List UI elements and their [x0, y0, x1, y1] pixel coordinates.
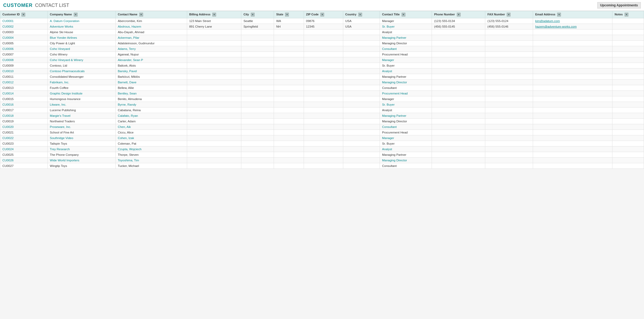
cell-customer-id[interactable]: CU0008 [0, 57, 48, 63]
cell-contact-name[interactable]: Alexander, Sean P [115, 57, 187, 63]
filter-contact-name[interactable]: ▼ [139, 13, 143, 16]
cell-contact-name[interactable]: Czupta, Wojciech [115, 146, 187, 152]
cell-contact-title[interactable]: Manager [380, 57, 432, 63]
cell-fax-number [485, 74, 533, 80]
cell-company-name[interactable]: Margie's Travel [48, 113, 115, 119]
cell-contact-title[interactable]: Manager [380, 135, 432, 141]
cell-company-name[interactable]: Adventure Works [48, 24, 115, 29]
cell-country [343, 46, 380, 52]
cell-contact-name[interactable]: Byrne, Randy [115, 102, 187, 107]
cell-company-name[interactable]: Blue Yonder Airlines [48, 35, 115, 41]
cell-customer-id[interactable]: CU0020 [0, 124, 48, 130]
cell-contact-name[interactable]: Bentley, Sean [115, 91, 187, 96]
cell-contact-title: Analyst [380, 29, 432, 35]
cell-contact-name[interactable]: Adams, Terry [115, 46, 187, 52]
cell-notes [612, 107, 644, 113]
cell-contact-name[interactable]: Calafato, Ryan [115, 113, 187, 119]
cell-contact-name[interactable]: Barnett, Dave [115, 80, 187, 85]
cell-fax-number [485, 29, 533, 35]
cell-company-name[interactable]: Proseware, Inc. [48, 124, 115, 130]
cell-contact-title[interactable]: Analyst [380, 68, 432, 74]
cell-notes [612, 96, 644, 102]
cell-customer-id[interactable]: CU0001 [0, 18, 48, 24]
cell-zip-code: 09876 [304, 18, 343, 24]
upcoming-appointments-button[interactable]: Upcoming Appointments [597, 2, 641, 8]
filter-company-name[interactable]: ▼ [74, 13, 78, 16]
cell-customer-id[interactable]: CU0006 [0, 46, 48, 52]
filter-email-address[interactable]: ▼ [557, 13, 561, 16]
cell-contact-name[interactable]: Toyoshima, Tim [115, 158, 187, 163]
cell-customer-id: CU0009 [0, 63, 48, 68]
cell-customer-id[interactable]: CU0014 [0, 91, 48, 96]
cell-zip-code [304, 63, 343, 68]
filter-zip-code[interactable]: ▼ [320, 13, 324, 16]
table-row: CU0003Alpine Ski HouseAbu-Dayah, AhmadAn… [0, 29, 644, 35]
filter-notes[interactable]: ▼ [625, 13, 628, 16]
cell-customer-id[interactable]: CU0026 [0, 158, 48, 163]
cell-notes [612, 41, 644, 46]
cell-company-name[interactable]: Coho Vineyard & Winery [48, 57, 115, 63]
cell-company-name[interactable]: Graphic Design Institute [48, 91, 115, 96]
cell-company-name[interactable]: Trey Research [48, 146, 115, 152]
cell-contact-title[interactable]: Managing Director [380, 158, 432, 163]
cell-state: NH [274, 24, 304, 29]
cell-email-address[interactable]: kim@adatum.com [533, 18, 612, 24]
cell-state [274, 124, 304, 130]
cell-contact-name[interactable]: Cohen, Izak [115, 135, 187, 141]
cell-city [241, 74, 274, 80]
cell-customer-id[interactable]: CU0010 [0, 68, 48, 74]
cell-customer-id: CU0021 [0, 130, 48, 135]
cell-contact-name[interactable]: Abolrous, Hazem [115, 24, 187, 29]
cell-notes [612, 80, 644, 85]
cell-company-name[interactable]: Southridge Video [48, 135, 115, 141]
cell-phone-number [432, 146, 485, 152]
cell-contact-name[interactable]: Bansky, Pavel [115, 68, 187, 74]
cell-company-name[interactable]: Coho Vineyard [48, 46, 115, 52]
cell-phone-number [432, 152, 485, 158]
filter-customer-id[interactable]: ▼ [22, 13, 25, 16]
table-container: Customer ID ▼ Company Name ▼ Contact Nam… [0, 11, 644, 169]
cell-customer-id[interactable]: CU0004 [0, 35, 48, 41]
cell-email-address[interactable]: hazem@adventure-works.com [533, 24, 612, 29]
cell-customer-id[interactable]: CU0024 [0, 146, 48, 152]
cell-contact-title[interactable]: Consultant [380, 46, 432, 52]
cell-customer-id[interactable]: CU0002 [0, 24, 48, 29]
cell-company-name[interactable]: A. Datum Corporation [48, 18, 115, 24]
cell-contact-title[interactable]: Sr. Buyer [380, 24, 432, 29]
cell-contact-name[interactable]: Ackerman, Pilar [115, 35, 187, 41]
table-row: CU0015Humongous InsuranceBenito, Almuden… [0, 96, 644, 102]
cell-company-name[interactable]: Fabrikam, Inc. [48, 80, 115, 85]
cell-contact-title[interactable]: Consultant [380, 124, 432, 130]
cell-contact-title[interactable]: Managing Director [380, 80, 432, 85]
filter-contact-title[interactable]: ▼ [402, 13, 405, 16]
cell-email-address [533, 80, 612, 85]
cell-company-name[interactable]: Litware, Inc. [48, 102, 115, 107]
cell-email-address [533, 113, 612, 119]
cell-notes [612, 146, 644, 152]
filter-country[interactable]: ▼ [358, 13, 362, 16]
filter-city[interactable]: ▼ [251, 13, 255, 16]
filter-phone-number[interactable]: ▼ [457, 13, 461, 16]
cell-customer-id[interactable]: CU0012 [0, 80, 48, 85]
cell-contact-name[interactable]: Chen, Aik [115, 124, 187, 130]
filter-state[interactable]: ▼ [285, 13, 289, 16]
cell-contact-title[interactable]: Managing Partner [380, 113, 432, 119]
cell-billing-address [187, 119, 241, 124]
cell-contact-title[interactable]: Procurement Head [380, 91, 432, 96]
table-row: CU0010Contoso PharmaceuticalsBansky, Pav… [0, 68, 644, 74]
cell-phone-number [432, 158, 485, 163]
cell-customer-id[interactable]: CU0022 [0, 135, 48, 141]
cell-fax-number [485, 152, 533, 158]
cell-company-name[interactable]: Wide World Importers [48, 158, 115, 163]
cell-zip-code [304, 130, 343, 135]
filter-billing-address[interactable]: ▼ [212, 13, 216, 16]
cell-company-name[interactable]: Contoso Pharmaceuticals [48, 68, 115, 74]
cell-contact-title[interactable]: Managing Partner [380, 35, 432, 41]
filter-fax-number[interactable]: ▼ [507, 13, 510, 16]
cell-contact-title[interactable]: Analyst [380, 146, 432, 152]
cell-customer-id[interactable]: CU0016 [0, 102, 48, 107]
cell-state [274, 57, 304, 63]
cell-contact-title[interactable]: Sr. Buyer [380, 102, 432, 107]
cell-customer-id[interactable]: CU0018 [0, 113, 48, 119]
cell-phone-number [432, 119, 485, 124]
